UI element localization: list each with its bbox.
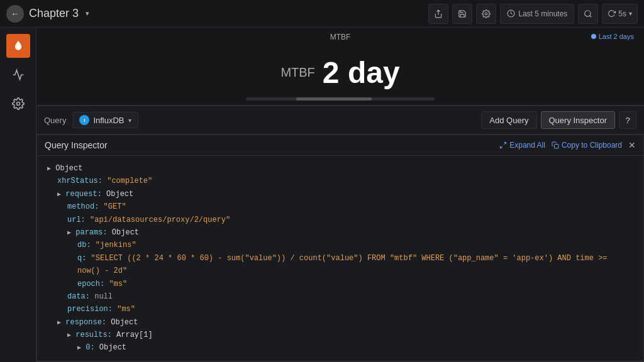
qi-title: Query Inspector: [45, 140, 108, 150]
sidebar-icon-gear[interactable]: [6, 92, 30, 116]
qi-line-precision: precision: "ms": [47, 303, 633, 315]
copy-clipboard-label: Copy to Clipboard: [562, 141, 622, 150]
qi-line-xhrstatus: xhrStatus: "complete": [47, 175, 633, 187]
qi-header: Query Inspector Expand All C: [37, 135, 643, 156]
copy-clipboard-button[interactable]: Copy to Clipboard: [552, 141, 622, 150]
qi-line-results: ▶ results: Array[1]: [47, 329, 633, 341]
qi-body: ▶ Object xhrStatus: "complete" ▶ request…: [37, 156, 643, 361]
top-bar: ← Chapter 3 ▾ Last 5 minutes: [0, 0, 644, 28]
query-inspector-button[interactable]: Query Inspector: [541, 111, 616, 129]
sidebar-icon-flame[interactable]: [6, 34, 30, 58]
expand-all-button[interactable]: Expand All: [499, 141, 545, 150]
add-query-button[interactable]: Add Query: [481, 111, 536, 129]
qi-line-method: method: "GET": [47, 200, 633, 213]
qi-header-right: Expand All Copy to Clipboard ✕: [499, 140, 636, 150]
last-period-indicator: Last 2 days: [591, 33, 634, 40]
save-button[interactable]: [452, 4, 472, 24]
last-period-label: Last 2 days: [599, 33, 634, 40]
qi-close-button[interactable]: ✕: [628, 140, 636, 150]
search-button[interactable]: [578, 4, 598, 24]
time-range-button[interactable]: Last 5 minutes: [500, 4, 574, 24]
share-button[interactable]: [428, 4, 448, 24]
mtbf-label: MTBF: [280, 65, 314, 80]
top-bar-left: ← Chapter 3 ▾: [6, 5, 89, 23]
settings-button[interactable]: [476, 4, 496, 24]
query-inspector-panel: Query Inspector Expand All C: [36, 134, 644, 361]
datasource-select[interactable]: i InfluxDB ▾: [72, 112, 138, 128]
mtbf-value: 2 day: [323, 55, 400, 90]
top-bar-right: Last 5 minutes 5s ▾: [428, 4, 638, 24]
svg-point-4: [16, 102, 19, 106]
query-editor-area: Query i InfluxDB ▾ Add Query Query Inspe…: [36, 106, 644, 362]
qi-line-params: ▶ params: Object: [47, 226, 633, 239]
left-sidebar: [0, 28, 36, 362]
svg-rect-7: [554, 145, 558, 149]
query-label: Query: [44, 116, 66, 125]
influxdb-icon: i: [79, 115, 89, 125]
main-content: MTBF Last 2 days MTBF 2 day Query: [0, 28, 644, 362]
qi-line-0: ▶ 0: Object: [47, 341, 633, 354]
svg-line-3: [590, 15, 592, 17]
qi-line-db: db: "jenkins": [47, 239, 633, 251]
time-range-label: Last 5 minutes: [518, 9, 567, 18]
qi-line-q: q: "SELECT ((2 * 24 * 60 * 60) - sum("va…: [47, 252, 633, 278]
refresh-interval: 5s: [618, 9, 626, 18]
panel-title: MTBF: [330, 33, 351, 41]
qi-line-request: ▶ request: Object: [47, 188, 633, 200]
datasource-name: InfluxDB: [93, 116, 124, 125]
datasource-dropdown-arrow: ▾: [128, 117, 131, 124]
back-button[interactable]: ←: [6, 5, 24, 23]
period-dot: [591, 34, 596, 39]
help-button[interactable]: ?: [619, 111, 636, 129]
qi-root-object: ▶ Object: [47, 162, 633, 175]
refresh-dropdown-arrow[interactable]: ▾: [629, 10, 632, 17]
back-icon: ←: [11, 9, 19, 19]
chapter-dropdown-arrow[interactable]: ▾: [86, 9, 89, 18]
chapter-title: Chapter 3: [29, 7, 79, 20]
mtbf-value-area: MTBF 2 day: [36, 43, 644, 96]
svg-point-2: [585, 10, 591, 16]
expand-all-label: Expand All: [509, 141, 545, 150]
svg-point-0: [486, 13, 488, 15]
query-toolbar: Query i InfluxDB ▾ Add Query Query Inspe…: [36, 106, 644, 134]
query-toolbar-right: Add Query Query Inspector ?: [481, 111, 636, 129]
qi-line-data: data: null: [47, 290, 633, 303]
panel-area: MTBF Last 2 days MTBF 2 day Query: [36, 28, 644, 362]
qi-line-response: ▶ response: Object: [47, 316, 633, 329]
svg-line-6: [501, 146, 503, 148]
qi-line-epoch: epoch: "ms": [47, 278, 633, 290]
svg-line-5: [504, 143, 506, 145]
qi-line-url: url: "api/datasources/proxy/2/query": [47, 214, 633, 226]
sidebar-icon-chart[interactable]: [6, 63, 30, 87]
panel-header: MTBF Last 2 days: [36, 28, 644, 43]
refresh-button[interactable]: 5s ▾: [602, 4, 638, 24]
root-toggle[interactable]: ▶: [47, 165, 51, 172]
